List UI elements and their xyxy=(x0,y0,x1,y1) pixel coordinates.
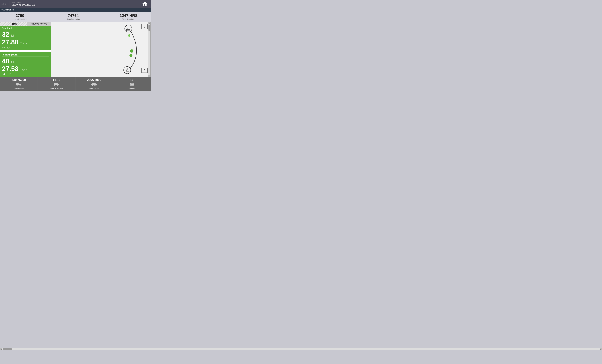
vertical-scrollbar[interactable]: ▲ ▼ xyxy=(148,22,150,77)
truck-dot-1 xyxy=(128,34,130,37)
following-truck-tons-row: 27.58 Tons xyxy=(2,65,49,72)
footer: 430/75000 Tons Scaled 111.2 xyxy=(0,77,150,91)
last-update-label: Last update xyxy=(12,2,35,3)
loads-value: 2790 xyxy=(13,13,27,18)
map-badge-bottom-value: 0 xyxy=(144,69,145,72)
following-truck-id-row: 84tb ID xyxy=(2,73,49,76)
scroll-thumb[interactable] xyxy=(149,25,150,31)
next-truck-tons-label: Tons xyxy=(20,42,27,45)
svg-rect-6 xyxy=(128,28,129,29)
map-badge-top: 0 xyxy=(141,24,148,29)
tons-paved-label: Tons Paved xyxy=(89,88,99,90)
ticket-icon xyxy=(130,82,134,87)
route-svg xyxy=(51,22,148,77)
stat-divider-2 xyxy=(100,13,100,20)
next-truck-section: Next truck 32 Min 27.88 Tons 4w ID xyxy=(0,26,51,50)
paver-icon xyxy=(123,66,131,74)
header-divider xyxy=(9,1,10,7)
map-content: 0 0 xyxy=(51,22,148,77)
svg-marker-17 xyxy=(56,83,59,85)
following-truck-title: Following truck xyxy=(2,53,49,57)
truck-dot-3 xyxy=(129,54,132,57)
job-id-field: Job ID xyxy=(1,3,6,5)
following-truck-section: Following truck 40 Min 27.58 Tons 84tb I… xyxy=(0,52,51,77)
progress-label: 0 % Complete xyxy=(1,9,14,11)
next-truck-id-label: ID xyxy=(7,46,10,49)
tons-label: Tons Remaining xyxy=(67,18,80,20)
paver-icon-container xyxy=(123,66,131,75)
tons-paved-value: 236/75000 xyxy=(87,78,101,82)
svg-point-23 xyxy=(92,85,93,86)
home-icon xyxy=(142,1,148,6)
following-truck-min-row: 40 Min xyxy=(2,58,49,65)
trucks-active-header: 8/8 TRUCKS ACTIVE xyxy=(0,22,51,26)
scroll-up-arrow[interactable]: ▲ xyxy=(148,22,150,24)
stats-row: 2790 Loads Remaining 74764 Tons Remainin… xyxy=(0,12,150,22)
svg-marker-9 xyxy=(126,68,129,71)
svg-point-3 xyxy=(125,25,132,32)
loads-label: Loads Remaining xyxy=(13,18,27,20)
map-panel: 0 0 ▲ ▼ xyxy=(51,22,150,77)
tons-scaled-label: Tons Scaled xyxy=(13,88,24,90)
next-truck-id-row: 4w ID xyxy=(2,46,49,49)
time-value: 1247 HRS xyxy=(120,13,138,18)
map-badge-top-value: 0 xyxy=(144,25,145,28)
plant-icon-container xyxy=(124,25,132,33)
svg-point-14 xyxy=(17,85,18,86)
tons-value: 74764 xyxy=(67,13,80,18)
tickets-label: Tickets xyxy=(129,88,135,90)
trucks-active-count: 8/8 xyxy=(12,22,17,26)
svg-point-20 xyxy=(57,85,58,86)
svg-rect-22 xyxy=(92,83,95,84)
tons-scaled-cell: 430/75000 Tons Scaled xyxy=(0,77,38,91)
map-badge-bottom: 0 xyxy=(141,68,148,73)
next-truck-title: Next truck xyxy=(2,27,49,30)
last-update-value: 2019-08-30 12:07:11 xyxy=(12,3,35,6)
svg-rect-16 xyxy=(54,83,56,85)
tons-transit-cell: 111.2 Tons in Transit xyxy=(38,77,75,91)
svg-point-24 xyxy=(94,85,95,86)
tickets-cell: 16 Tickets xyxy=(113,77,150,91)
next-truck-min-row: 32 Min xyxy=(2,31,49,38)
next-truck-min-label: Min xyxy=(11,34,16,38)
svg-rect-5 xyxy=(127,28,128,29)
svg-point-25 xyxy=(96,85,97,86)
following-truck-min-value: 40 xyxy=(2,58,9,65)
tons-remaining-stat: 74764 Tons Remaining xyxy=(67,13,80,20)
following-truck-id-value: 84tb xyxy=(2,73,7,76)
following-truck-tons-label: Tons xyxy=(20,68,27,72)
time-remaining-stat: 1247 HRS Time Remaining xyxy=(120,13,138,20)
tons-transit-value: 111.2 xyxy=(53,78,60,82)
svg-rect-13 xyxy=(19,84,21,85)
plant-icon xyxy=(124,25,132,32)
home-button[interactable] xyxy=(142,1,148,7)
svg-marker-0 xyxy=(142,1,147,6)
next-truck-min-value: 32 xyxy=(2,31,9,38)
svg-rect-12 xyxy=(16,83,18,84)
scroll-down-arrow[interactable]: ▼ xyxy=(148,75,150,77)
next-truck-id-value: 4w xyxy=(2,46,5,49)
trucks-active-label: TRUCKS ACTIVE xyxy=(27,22,51,26)
tons-transit-label: Tons in Transit xyxy=(50,88,63,90)
truck-scaled-icon xyxy=(16,82,22,87)
job-id-label: Job ID xyxy=(1,3,6,5)
main-content: 8/8 TRUCKS ACTIVE Next truck 32 Min 27.8… xyxy=(0,22,150,77)
progress-bar: 0 % Complete xyxy=(0,8,150,12)
following-truck-tons-value: 27.58 xyxy=(2,65,18,72)
truck-dot-2 xyxy=(130,49,133,53)
svg-point-15 xyxy=(20,85,21,86)
tons-scaled-value: 430/75000 xyxy=(12,78,26,82)
time-label: Time Remaining xyxy=(120,18,138,20)
tons-paved-cell: 236/75000 Tons Paved xyxy=(75,77,113,91)
tickets-value: 16 xyxy=(130,78,133,82)
truck-transit-icon xyxy=(54,82,59,87)
last-update-field: Last update 2019-08-30 12:07:11 xyxy=(12,2,35,6)
next-truck-tons-value: 27.88 xyxy=(2,39,18,46)
following-truck-id-label: ID xyxy=(9,73,11,76)
paver-machine-icon xyxy=(91,82,97,87)
header: Job ID Last update 2019-08-30 12:07:11 xyxy=(0,0,150,8)
following-truck-min-label: Min xyxy=(11,60,16,64)
truck-section-divider xyxy=(0,51,51,52)
next-truck-tons-row: 27.88 Tons xyxy=(2,39,49,46)
loads-remaining-stat: 2790 Loads Remaining xyxy=(13,13,27,20)
